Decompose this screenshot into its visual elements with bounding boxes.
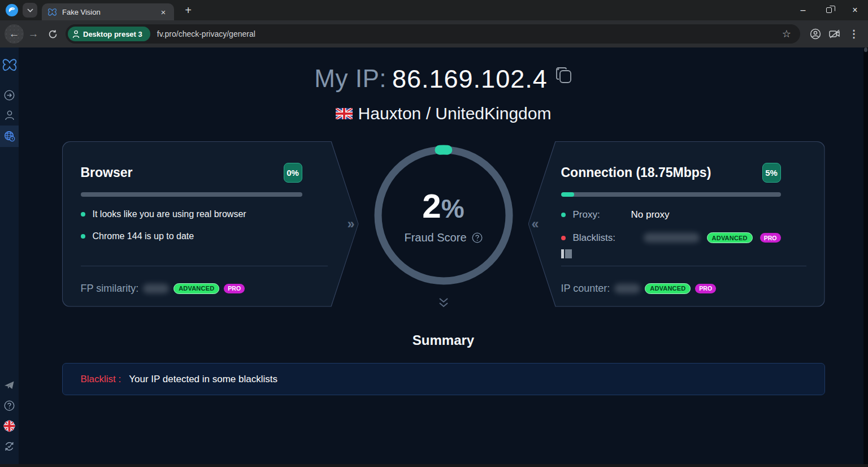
restore-button[interactable] bbox=[816, 0, 842, 20]
ip-address: 86.169.102.4 bbox=[392, 64, 548, 94]
card-divider bbox=[561, 266, 806, 266]
blurred-value bbox=[644, 233, 699, 243]
telegram-icon bbox=[4, 380, 15, 390]
alert-label: Blacklist : bbox=[81, 374, 121, 385]
tab-favicon-butterfly-icon bbox=[47, 8, 57, 16]
tab-title: Fake Vision bbox=[62, 8, 158, 16]
location-text: Hauxton / UnitedKingdom bbox=[358, 104, 552, 123]
sidebar-item-language-flag[interactable] bbox=[0, 416, 19, 436]
desktop-preset-badge[interactable]: Desktop preset 3 bbox=[68, 27, 150, 41]
connection-progress-fill bbox=[561, 192, 574, 197]
url-text[interactable]: fv.pro/check-privacy/general bbox=[157, 29, 780, 38]
cards-row: Browser 0% It looks like you are using r… bbox=[62, 139, 825, 309]
browser-card: Browser 0% It looks like you are using r… bbox=[62, 141, 359, 307]
advanced-badge: ADVANCED bbox=[173, 283, 219, 294]
fp-similarity-label: FP similarity: bbox=[81, 283, 139, 295]
browser-score-badge: 0% bbox=[284, 163, 302, 183]
blacklist-alert: Blacklist : Your IP detected in some bla… bbox=[62, 363, 825, 395]
arrow-circle-icon bbox=[4, 90, 15, 101]
sidebar-item-check-privacy[interactable] bbox=[0, 126, 19, 147]
reload-button[interactable] bbox=[43, 24, 62, 44]
scroll-down-chevron-icon[interactable] bbox=[437, 297, 450, 309]
bookmark-star-button[interactable]: ☆ bbox=[780, 28, 793, 40]
connection-score-badge: 5% bbox=[762, 163, 781, 183]
browser-window: Fake Vision × + – × ← → Desktop preset 3… bbox=[0, 0, 868, 467]
page-content: My IP: 86.169.102.4 Hauxton / UnitedKing… bbox=[0, 47, 868, 467]
sidebar-item-launch[interactable] bbox=[0, 85, 19, 105]
hero-section: My IP: 86.169.102.4 Hauxton / UnitedKing… bbox=[314, 64, 572, 123]
sidebar-item-profile[interactable] bbox=[0, 105, 19, 126]
main-area: My IP: 86.169.102.4 Hauxton / UnitedKing… bbox=[19, 47, 868, 464]
help-circle-icon[interactable] bbox=[472, 232, 483, 243]
connection-card: Connection (18.75Mbps) 5% Proxy: No prox… bbox=[528, 141, 825, 307]
status-dot-teal bbox=[81, 212, 85, 217]
globe-clock-icon bbox=[4, 131, 15, 142]
expand-card-chevron-left[interactable]: ‹‹ bbox=[532, 216, 537, 232]
browser-check-text: Chrome 144 is up to date bbox=[93, 231, 194, 241]
copy-icon bbox=[555, 67, 572, 85]
profile-button[interactable] bbox=[806, 24, 825, 44]
uk-flag-icon bbox=[3, 420, 15, 432]
navigation-toolbar: ← → Desktop preset 3 fv.pro/check-privac… bbox=[0, 20, 868, 47]
connection-progress-bar bbox=[561, 192, 781, 197]
alert-message: Your IP detected in some blacklists bbox=[129, 374, 277, 385]
uk-flag-icon bbox=[336, 108, 353, 119]
fraud-score-gauge: 2 % Fraud Score bbox=[364, 139, 523, 309]
copy-ip-button[interactable] bbox=[555, 67, 572, 85]
preset-label: Desktop preset 3 bbox=[83, 30, 142, 38]
browser-logo-icon bbox=[6, 4, 18, 16]
sidebar bbox=[0, 47, 19, 464]
fraud-score-label: Fraud Score bbox=[404, 231, 466, 244]
scrollbar-thumb[interactable] bbox=[864, 47, 867, 52]
status-dot-red bbox=[561, 236, 566, 240]
connection-row-proxy: Proxy: No proxy bbox=[561, 209, 781, 220]
person-icon bbox=[72, 30, 80, 38]
blacklist-bars-icon bbox=[561, 249, 781, 258]
connection-card-title: Connection (18.75Mbps) bbox=[561, 165, 711, 180]
advanced-badge: ADVANCED bbox=[645, 283, 691, 294]
forward-button[interactable]: → bbox=[24, 24, 43, 44]
scrollbar[interactable] bbox=[863, 47, 868, 464]
back-button[interactable]: ← bbox=[5, 24, 24, 44]
sidebar-item-telegram[interactable] bbox=[0, 375, 19, 395]
my-ip-label: My IP: bbox=[314, 64, 387, 93]
expand-card-chevron-right[interactable]: ›› bbox=[348, 216, 353, 232]
browser-progress-bar bbox=[81, 192, 302, 197]
sidebar-item-help[interactable] bbox=[0, 395, 19, 416]
fraud-score-unit: % bbox=[441, 193, 465, 224]
sync-check-icon bbox=[4, 441, 15, 452]
pro-badge: PRO bbox=[224, 284, 245, 293]
browser-check-text: It looks like you are using real browser bbox=[93, 209, 246, 219]
proxy-label: Proxy: bbox=[573, 209, 624, 220]
browser-check-item: Chrome 144 is up to date bbox=[81, 231, 302, 241]
blurred-value bbox=[614, 284, 640, 293]
tab-fake-vision[interactable]: Fake Vision × bbox=[42, 3, 174, 20]
pro-badge: PRO bbox=[760, 233, 781, 243]
window-controls: – × bbox=[790, 0, 868, 20]
app-logo-butterfly-icon bbox=[2, 58, 18, 72]
connection-row-blacklists: Blacklists: ADVANCED PRO bbox=[561, 232, 781, 244]
blurred-value bbox=[143, 284, 169, 293]
sidebar-item-sync[interactable] bbox=[0, 436, 19, 456]
fraud-score-value: 2 bbox=[422, 187, 441, 226]
card-divider bbox=[81, 266, 328, 266]
titlebar: Fake Vision × + – × bbox=[0, 0, 868, 20]
tab-search-chevron-button[interactable] bbox=[23, 3, 37, 18]
browser-check-item: It looks like you are using real browser bbox=[81, 209, 302, 219]
close-window-button[interactable]: × bbox=[842, 0, 868, 20]
camera-off-button[interactable] bbox=[825, 24, 844, 44]
address-bar[interactable]: Desktop preset 3 fv.pro/check-privacy/ge… bbox=[66, 24, 800, 44]
blacklists-label: Blacklists: bbox=[573, 232, 617, 244]
new-tab-button[interactable]: + bbox=[181, 3, 196, 18]
ip-counter-label: IP counter: bbox=[561, 283, 610, 295]
sidebar-bottom-group bbox=[0, 375, 19, 456]
pro-badge: PRO bbox=[695, 284, 716, 293]
summary-title: Summary bbox=[413, 332, 474, 348]
question-circle-icon bbox=[4, 400, 15, 411]
advanced-badge: ADVANCED bbox=[707, 232, 753, 243]
minimize-button[interactable]: – bbox=[790, 0, 816, 20]
tab-close-button[interactable]: × bbox=[158, 7, 168, 17]
browser-card-title: Browser bbox=[81, 165, 133, 180]
menu-kebab-button[interactable]: ⋮ bbox=[844, 24, 863, 44]
status-dot-teal bbox=[561, 213, 566, 217]
